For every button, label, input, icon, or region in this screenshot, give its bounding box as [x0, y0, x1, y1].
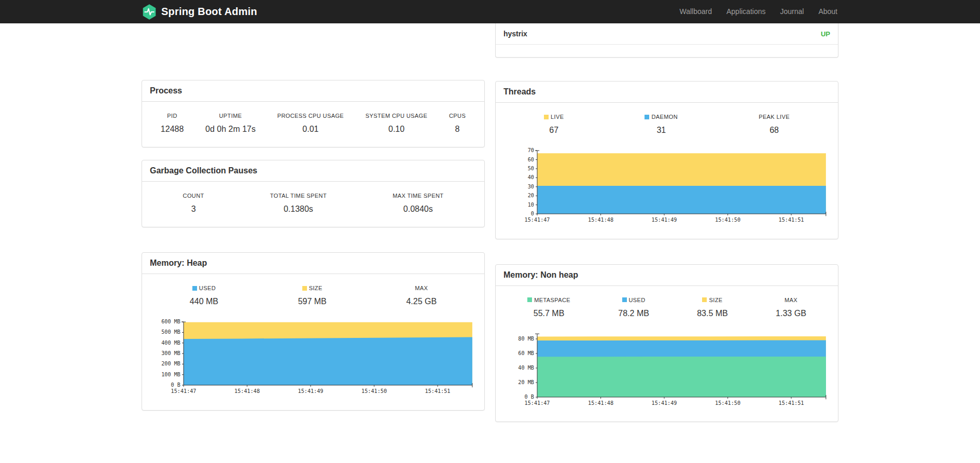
svg-text:15:41:48: 15:41:48	[588, 217, 613, 223]
legend-heap-max: MAX 4.25 GB	[406, 285, 437, 306]
nonheap-metaspace-swatch	[527, 297, 532, 302]
memory-heap-card-title: Memory: Heap	[142, 253, 484, 274]
process-card: Process PID 12488 UPTIME 0d 0h 2m 17s PR…	[142, 80, 485, 147]
memory-nonheap-chart: 0 B20 MB40 MB60 MB80 MB15:41:4715:41:481…	[503, 330, 830, 414]
metric-system-cpu: SYSTEM CPU USAGE 0.10	[366, 113, 427, 134]
legend-nonheap-max: MAX 1.33 GB	[776, 297, 806, 318]
svg-text:200 MB: 200 MB	[161, 361, 180, 366]
svg-text:500 MB: 500 MB	[161, 329, 180, 335]
metric-cpus: CPUS 8	[449, 113, 466, 134]
svg-text:15:41:48: 15:41:48	[588, 400, 613, 406]
gc-metrics: COUNT 3 TOTAL TIME SPENT 0.1380s MAX TIM…	[150, 189, 477, 219]
legend-heap-used: USED 440 MB	[190, 285, 218, 306]
metric-uptime: UPTIME 0d 0h 2m 17s	[205, 113, 256, 134]
threads-live-swatch	[544, 115, 549, 119]
process-metrics: PID 12488 UPTIME 0d 0h 2m 17s PROCESS CP…	[150, 110, 477, 139]
brand[interactable]: Spring Boot Admin	[142, 4, 257, 20]
nonheap-legend: METASPACE 55.7 MB USED 78.2 MB	[503, 294, 830, 323]
svg-text:40 MB: 40 MB	[518, 365, 534, 371]
health-row: hystrix UP	[496, 23, 838, 45]
svg-text:10: 10	[528, 202, 534, 208]
svg-text:15:41:47: 15:41:47	[525, 400, 550, 406]
nav-item-wallboard[interactable]: Wallboard	[672, 0, 719, 23]
svg-text:15:41:51: 15:41:51	[779, 400, 804, 406]
left-column: Process PID 12488 UPTIME 0d 0h 2m 17s PR…	[142, 23, 485, 422]
svg-text:50: 50	[528, 166, 534, 171]
memory-nonheap-card: Memory: Non heap METASPACE 55.7 MB	[495, 264, 838, 423]
svg-text:20 MB: 20 MB	[518, 379, 534, 385]
svg-text:40: 40	[528, 174, 534, 180]
memory-nonheap-card-title: Memory: Non heap	[496, 265, 838, 286]
heap-used-swatch	[192, 286, 197, 291]
svg-text:15:41:51: 15:41:51	[779, 217, 804, 223]
svg-text:400 MB: 400 MB	[161, 340, 180, 346]
nav-item-about[interactable]: About	[811, 0, 838, 23]
nav-item-journal[interactable]: Journal	[773, 0, 811, 23]
svg-text:0 B: 0 B	[171, 382, 180, 388]
process-card-title: Process	[142, 80, 484, 102]
legend-threads-daemon: DAEMON 31	[645, 114, 678, 135]
gc-card-title: Garbage Collection Pauses	[142, 160, 484, 182]
memory-heap-chart: 0 B100 MB200 MB300 MB400 MB500 MB600 MB1…	[150, 318, 477, 402]
metric-process-cpu: PROCESS CPU USAGE 0.01	[277, 113, 344, 134]
legend-nonheap-used: USED 78.2 MB	[618, 297, 649, 318]
heap-legend: USED 440 MB SIZE 597 MB MAX	[150, 282, 477, 311]
threads-card: Threads LIVE 67	[495, 81, 838, 239]
health-card-bottom-pad	[496, 45, 838, 57]
svg-text:60 MB: 60 MB	[518, 350, 534, 356]
navbar: Spring Boot Admin Wallboard Applications…	[0, 0, 980, 23]
svg-text:20: 20	[528, 193, 534, 198]
metric-gc-total-time: TOTAL TIME SPENT 0.1380s	[270, 193, 327, 214]
svg-text:70: 70	[528, 147, 534, 153]
svg-text:100 MB: 100 MB	[161, 372, 180, 377]
svg-text:15:41:51: 15:41:51	[425, 388, 451, 394]
svg-text:15:41:49: 15:41:49	[298, 388, 324, 394]
svg-text:80 MB: 80 MB	[518, 336, 534, 342]
threads-chart: 01020304050607015:41:4715:41:4815:41:491…	[503, 146, 830, 231]
svg-text:15:41:47: 15:41:47	[525, 217, 550, 223]
nonheap-used-swatch	[622, 297, 627, 302]
svg-text:15:41:50: 15:41:50	[715, 400, 740, 406]
brand-logo-icon	[142, 4, 157, 20]
svg-text:0: 0	[531, 211, 534, 216]
brand-title: Spring Boot Admin	[161, 6, 257, 18]
svg-text:60: 60	[528, 157, 534, 162]
legend-nonheap-metaspace: METASPACE 55.7 MB	[527, 297, 570, 318]
svg-text:15:41:50: 15:41:50	[715, 217, 740, 223]
metric-gc-count: COUNT 3	[183, 193, 204, 214]
svg-text:600 MB: 600 MB	[161, 319, 180, 324]
health-check-name: hystrix	[503, 30, 527, 38]
threads-card-title: Threads	[496, 81, 838, 103]
svg-text:30: 30	[528, 184, 534, 189]
nav-item-applications[interactable]: Applications	[719, 0, 773, 23]
threads-legend: LIVE 67 DAEMON 31 PEAK LIVE	[503, 111, 830, 140]
metric-pid: PID 12488	[161, 113, 184, 134]
svg-text:0 B: 0 B	[525, 394, 534, 400]
svg-text:300 MB: 300 MB	[161, 350, 180, 356]
svg-text:15:41:49: 15:41:49	[652, 400, 677, 406]
legend-threads-peak: PEAK LIVE 68	[759, 114, 790, 135]
legend-heap-size: SIZE 597 MB	[298, 285, 327, 306]
nonheap-size-swatch	[702, 297, 707, 302]
svg-text:15:41:50: 15:41:50	[361, 388, 387, 394]
memory-heap-card: Memory: Heap USED 440 MB	[142, 252, 485, 411]
nav-links: Wallboard Applications Journal About	[672, 0, 838, 23]
threads-daemon-swatch	[645, 115, 649, 119]
metric-gc-max-time: MAX TIME SPENT 0.0840s	[393, 193, 443, 214]
health-card-partial: hystrix UP	[495, 23, 838, 58]
right-column: hystrix UP Threads LIVE 67	[495, 23, 838, 422]
gc-card: Garbage Collection Pauses COUNT 3 TOTAL …	[142, 160, 485, 227]
legend-threads-live: LIVE 67	[544, 114, 564, 135]
health-status-badge: UP	[821, 30, 830, 38]
svg-text:15:41:47: 15:41:47	[171, 388, 197, 394]
legend-nonheap-size: SIZE 83.5 MB	[697, 297, 728, 318]
svg-text:15:41:48: 15:41:48	[234, 388, 260, 394]
svg-text:15:41:49: 15:41:49	[652, 217, 677, 223]
heap-size-swatch	[302, 286, 307, 291]
